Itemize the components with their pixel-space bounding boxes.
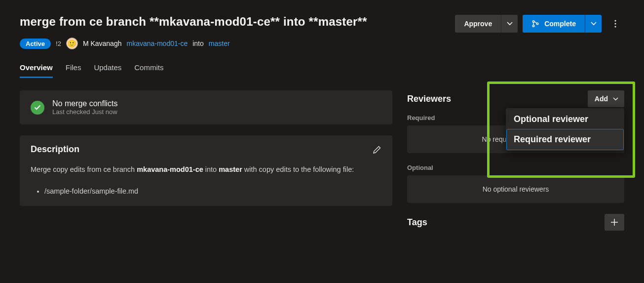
description-suffix: with copy edits to the following file: bbox=[242, 165, 354, 173]
complete-label: Complete bbox=[544, 20, 576, 28]
complete-menu-button[interactable] bbox=[585, 15, 602, 33]
description-branch2: master bbox=[219, 165, 242, 173]
optional-reviewers-empty: No optional reviewers bbox=[407, 175, 624, 203]
merge-icon bbox=[531, 20, 539, 28]
tab-files[interactable]: Files bbox=[66, 63, 81, 78]
description-text: Merge copy edits from ce branch bbox=[31, 165, 137, 173]
chevron-down-icon bbox=[591, 22, 597, 26]
description-card: Description Merge copy edits from ce bra… bbox=[20, 135, 392, 206]
description-file: /sample-folder/sample-file.md bbox=[44, 186, 381, 197]
action-bar: Approve Complete bbox=[455, 15, 624, 33]
svg-point-3 bbox=[614, 20, 616, 21]
target-branch-link[interactable]: master bbox=[209, 40, 230, 47]
chevron-down-icon bbox=[613, 97, 618, 101]
reviewers-heading: Reviewers bbox=[407, 94, 451, 104]
add-reviewer-menu: Optional reviewer Required reviewer bbox=[506, 108, 624, 151]
add-tag-button[interactable] bbox=[605, 214, 624, 231]
description-heading: Description bbox=[31, 144, 79, 155]
merge-status-card: No merge conflicts Last checked Just now bbox=[20, 90, 392, 124]
menu-item-required-reviewer[interactable]: Required reviewer bbox=[507, 129, 623, 150]
source-branch-link[interactable]: mkavana-mod01-ce bbox=[126, 40, 188, 47]
author-name: M Kavanagh bbox=[83, 40, 122, 47]
pr-meta-row: Active !2 🙂 M Kavanagh mkavana-mod01-ce … bbox=[20, 38, 624, 49]
menu-item-optional-reviewer[interactable]: Optional reviewer bbox=[507, 109, 623, 129]
more-vertical-icon bbox=[614, 20, 616, 28]
pencil-icon bbox=[373, 145, 381, 154]
tags-heading: Tags bbox=[407, 217, 427, 228]
approve-button[interactable]: Approve bbox=[455, 15, 501, 33]
add-label: Add bbox=[595, 95, 608, 103]
chevron-down-icon bbox=[507, 22, 513, 26]
page-title: merge from ce branch **mkavana-mod01-ce*… bbox=[20, 15, 367, 29]
tab-commits[interactable]: Commits bbox=[134, 63, 163, 78]
tab-overview[interactable]: Overview bbox=[20, 63, 53, 78]
tab-updates[interactable]: Updates bbox=[94, 63, 121, 78]
description-mid: into bbox=[203, 165, 219, 173]
add-reviewer-button[interactable]: Add bbox=[588, 90, 624, 107]
merge-status-title: No merge conflicts bbox=[52, 99, 118, 108]
pr-id: !2 bbox=[56, 40, 61, 47]
tab-bar: Overview Files Updates Commits bbox=[20, 63, 624, 79]
svg-point-1 bbox=[532, 25, 534, 27]
into-text: into bbox=[192, 40, 204, 47]
approve-menu-button[interactable] bbox=[501, 15, 518, 33]
edit-description-button[interactable] bbox=[373, 145, 381, 154]
status-badge: Active bbox=[20, 39, 51, 49]
description-body: Merge copy edits from ce branch mkavana-… bbox=[31, 164, 381, 197]
more-actions-button[interactable] bbox=[606, 15, 624, 33]
check-circle-icon bbox=[31, 101, 44, 115]
complete-button[interactable]: Complete bbox=[523, 15, 585, 33]
svg-point-5 bbox=[614, 26, 616, 27]
avatar: 🙂 bbox=[66, 38, 78, 49]
svg-point-0 bbox=[532, 21, 534, 23]
optional-label: Optional bbox=[407, 164, 624, 171]
description-branch1: mkavana-mod01-ce bbox=[137, 165, 203, 173]
plus-icon bbox=[610, 218, 618, 226]
merge-status-subtitle: Last checked Just now bbox=[52, 108, 118, 116]
svg-point-4 bbox=[614, 23, 616, 24]
